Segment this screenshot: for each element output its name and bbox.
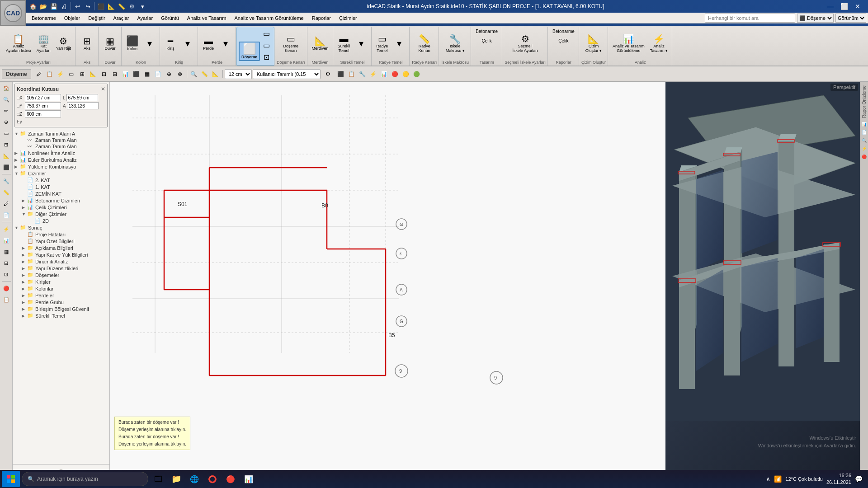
taskbar-app-edge[interactable]: 🌐	[186, 471, 203, 487]
tree-item-celik-cizim[interactable]: ▶📊Çelik Çizimleri	[13, 204, 109, 211]
menu-degistir[interactable]: Değiştir	[85, 14, 108, 22]
lt-btn-8[interactable]: ⬛	[1, 162, 12, 173]
tree-item-yapi-ozet[interactable]: 📋Yapı Özet Bilgileri	[13, 238, 109, 244]
ribbon-btn-doseme-sub1[interactable]: ▭	[261, 28, 272, 39]
doseme-tb-extra8[interactable]: 🟢	[412, 69, 422, 79]
doseme-tb-btn4[interactable]: ▭	[66, 69, 76, 79]
clock[interactable]: 16:36 26.11.2021	[826, 472, 851, 486]
doseme-tb-extra2[interactable]: 📋	[347, 69, 357, 79]
tree-item-zaman-tanim[interactable]: ▼📁Zaman Tanım Alanı A	[13, 130, 109, 137]
ribbon-btn-kolon-drop[interactable]: ▾	[142, 38, 158, 50]
tree-item-sonuc[interactable]: ▼📁Sonuç	[13, 224, 109, 231]
tree-item-cizimler[interactable]: ▼📁Çizimler	[13, 170, 109, 177]
koordinat-close-btn[interactable]: ✕	[101, 86, 105, 92]
lt-btn-10[interactable]: 📏	[1, 187, 12, 198]
qa-undo-btn[interactable]: ↩	[72, 1, 82, 11]
report-btn-4[interactable]: ⚡	[861, 145, 868, 152]
qa-redo-btn[interactable]: ↪	[83, 1, 93, 11]
ribbon-btn-doseme-sub2[interactable]: ▭	[261, 40, 272, 51]
ribbon-btn-kiris-drop[interactable]: ▾	[179, 38, 196, 50]
doseme-tb-extra7[interactable]: 🟡	[401, 69, 411, 79]
coord-z-input[interactable]	[25, 110, 61, 117]
coord-a-input[interactable]	[67, 102, 99, 109]
qa-save-btn[interactable]: 💾	[49, 1, 59, 11]
qa-extra5-btn[interactable]: ▾	[137, 1, 147, 11]
qa-print-btn[interactable]: 🖨	[59, 1, 69, 11]
ribbon-btn-doseme-sub3[interactable]: ⊡	[261, 52, 272, 63]
tree-item-2d[interactable]: 📄2D	[13, 217, 109, 224]
lt-btn-12[interactable]: 📄	[1, 210, 12, 221]
tree-item-beton-cizim[interactable]: ▶📊Betonarme Çizimleri	[13, 197, 109, 204]
tree-item-zaman-tanim-2[interactable]: 〰Zaman Tanım Alan	[13, 143, 109, 150]
lt-btn-15[interactable]: ▦	[1, 246, 12, 257]
search-input[interactable]	[705, 14, 795, 23]
lt-btn-7[interactable]: 📐	[1, 150, 12, 161]
doseme-tb-extra1[interactable]: ⬛	[336, 69, 346, 79]
tree-item-kirisler[interactable]: ▶📁Kirişler	[13, 278, 109, 285]
lt-btn-16[interactable]: ⊟	[1, 258, 12, 268]
lt-btn-11[interactable]: 🖊	[1, 198, 12, 209]
canvas-area[interactable]: S01 B0 B5 ω ε Λ G 9 9	[110, 82, 868, 477]
tree-item-2kat[interactable]: 📄2. KAT	[13, 177, 109, 183]
doseme-tb-btn9[interactable]: 📊	[121, 69, 131, 79]
ribbon-btn-radye-drop[interactable]: ▾	[391, 38, 407, 50]
doseme-tb-btn12[interactable]: 📄	[153, 69, 163, 79]
tree-item-dosemeler[interactable]: ▶📁Döşemeler	[13, 272, 109, 278]
doseme-tb-btn10[interactable]: ⬛	[132, 69, 142, 79]
tree-item-yapi-kat-yuk[interactable]: ▶📁Yapı Kat ve Yük Bilgileri	[13, 251, 109, 258]
cad-logo[interactable]: CAD	[0, 0, 26, 26]
tree-item-proje-hatalar[interactable]: 📋Proje Hataları	[13, 231, 109, 238]
ribbon-btn-analiz-gorunyu[interactable]: 📊Analiz ve TasarımGörüntüleme	[610, 33, 647, 54]
doseme-tb-extra4[interactable]: ⚡	[368, 69, 378, 79]
ribbon-btn-perde-drop[interactable]: ▾	[217, 38, 234, 50]
doseme-tb-extra3[interactable]: 🔧	[358, 69, 368, 79]
doseme-tb-btn15[interactable]: 🔍	[189, 69, 199, 79]
lt-btn-14[interactable]: 📊	[1, 235, 12, 246]
tree-item-aciklama[interactable]: ▶📁Açıklama Bilgileri	[13, 244, 109, 251]
doseme-tb-btn6[interactable]: 📐	[88, 69, 98, 79]
menu-raporlar[interactable]: Raporlar	[308, 14, 335, 22]
ribbon-btn-secmeli-iskele[interactable]: ⚙Seçmeliİskele Ayarları	[510, 33, 540, 54]
doseme-tb-btn11[interactable]: ▦	[142, 69, 152, 79]
tree-item-1kat[interactable]: 📄1. KAT	[13, 183, 109, 190]
doseme-tb-btn3[interactable]: ⚡	[56, 69, 66, 79]
doseme-tb-btn14[interactable]: ⊗	[175, 69, 185, 79]
ribbon-btn-iskele-celik[interactable]: Çelik	[479, 37, 495, 46]
ribbon-btn-kat-ayarlar[interactable]: 🏢KatAyarları	[34, 33, 53, 54]
tree-item-zaman-tanim-1[interactable]: 〰Zaman Tanım Alan	[13, 137, 109, 143]
lt-btn-13[interactable]: ⚡	[1, 224, 12, 235]
qa-extra4-btn[interactable]: ⚙	[127, 1, 137, 11]
menu-analiz-gorunyu[interactable]: Analiz ve Tasarım Görüntüleme	[231, 14, 307, 22]
tray-network[interactable]: 📶	[774, 475, 782, 483]
tree-item-diger-cizimler[interactable]: ▼📁Diğer Çizimler	[13, 211, 109, 217]
maximize-btn[interactable]: ⬜	[837, 0, 851, 13]
qa-open-btn[interactable]: 📂	[38, 1, 48, 11]
taskbar-search[interactable]: 🔍 Aramak için buraya yazın	[22, 472, 148, 486]
coord-l-input[interactable]	[66, 94, 98, 101]
ribbon-btn-merdiven[interactable]: 📐Merdiven	[310, 35, 331, 52]
lt-btn-18[interactable]: 🔴	[1, 283, 12, 294]
taskbar-app-browser[interactable]: ⭕	[204, 471, 221, 487]
ribbon-btn-perde[interactable]: ▬Perde	[200, 35, 217, 52]
qa-extra2-btn[interactable]: 📐	[106, 1, 116, 11]
lt-btn-2[interactable]: 🔍	[1, 94, 12, 105]
taskbar-app-folder[interactable]: 📁	[168, 471, 184, 487]
ribbon-btn-radye-kenari[interactable]: 📏RadyeKenarı	[416, 33, 433, 54]
qa-home-btn[interactable]: 🏠	[28, 1, 38, 11]
toolbar-dropdown[interactable]: ⬛ Döşeme	[797, 14, 834, 23]
ribbon-btn-analiz-tasarim[interactable]: ⚡AnalizTasarım ▾	[648, 33, 670, 54]
menu-cizimler[interactable]: Çizimler	[335, 14, 361, 22]
tree-container[interactable]: ▼📁Zaman Tanım Alanı A 〰Zaman Tanım Alan …	[13, 129, 109, 464]
ribbon-btn-rapor-beton[interactable]: Betonarme	[550, 28, 577, 37]
lt-btn-19[interactable]: 📋	[1, 294, 12, 305]
ribbon-btn-doseme-sub4[interactable]: ⊟	[261, 63, 272, 66]
start-button[interactable]	[2, 471, 20, 487]
tree-item-euler[interactable]: ▶📊Euler Burkulma Analiz	[13, 156, 109, 163]
ribbon-btn-surekli-temel[interactable]: ▬SürekliTemel	[335, 33, 353, 54]
tree-item-kolonlar[interactable]: ▶📁Kolonlar	[13, 285, 109, 292]
report-btn-2[interactable]: 📄	[861, 129, 868, 136]
tree-item-birlesim[interactable]: ▶📁Birleşim Bölgesi Güvenli	[13, 305, 109, 312]
ribbon-btn-doseme-kenari[interactable]: ▭DöşemeKenarı	[281, 33, 301, 54]
lt-btn-1[interactable]: 🏠	[1, 83, 12, 94]
qa-extra3-btn[interactable]: 📏	[117, 1, 127, 11]
